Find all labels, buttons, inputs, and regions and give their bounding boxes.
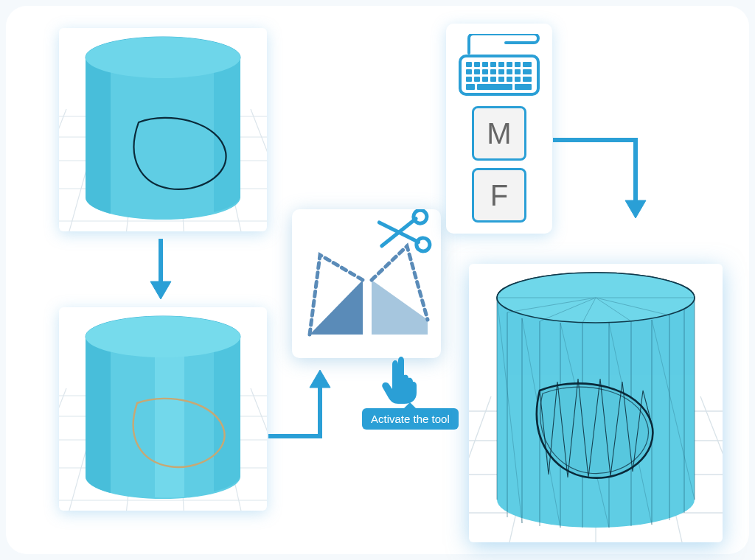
- svg-marker-64: [625, 200, 646, 218]
- svg-rect-48: [490, 69, 496, 74]
- svg-line-73: [700, 396, 723, 542]
- svg-point-32: [416, 237, 431, 252]
- shortcut-panel: M F: [446, 24, 552, 234]
- cylinder-body-2: [86, 316, 240, 499]
- step2-panel: [59, 307, 267, 511]
- svg-line-69: [469, 396, 491, 542]
- svg-rect-53: [466, 77, 472, 82]
- svg-rect-39: [482, 62, 488, 67]
- svg-rect-63: [515, 84, 532, 90]
- svg-rect-59: [515, 77, 521, 82]
- svg-marker-28: [310, 370, 330, 388]
- svg-rect-54: [474, 77, 480, 82]
- svg-rect-55: [482, 77, 488, 82]
- arrow-elbow-up: [268, 367, 335, 448]
- svg-marker-14: [150, 281, 171, 299]
- svg-rect-45: [466, 69, 472, 74]
- svg-line-10: [251, 109, 267, 231]
- key-m[interactable]: M: [472, 106, 526, 161]
- svg-rect-43: [515, 62, 521, 67]
- svg-point-27: [86, 316, 240, 357]
- svg-point-31: [413, 209, 428, 224]
- svg-rect-56: [490, 77, 496, 82]
- svg-point-12: [86, 37, 240, 78]
- svg-rect-38: [474, 62, 480, 67]
- scissors-icon: [378, 209, 430, 255]
- activate-tooltip: Activate the tool: [362, 408, 459, 430]
- svg-rect-60: [523, 77, 532, 82]
- svg-rect-58: [507, 77, 512, 82]
- svg-rect-57: [498, 77, 504, 82]
- step1-panel: [59, 28, 267, 231]
- svg-rect-47: [482, 69, 488, 74]
- tool-panel[interactable]: [292, 209, 441, 358]
- svg-rect-62: [477, 84, 512, 90]
- cylinder-body-1: [86, 37, 240, 220]
- svg-rect-52: [523, 69, 532, 74]
- svg-line-20: [59, 388, 66, 511]
- svg-rect-46: [474, 69, 480, 74]
- svg-rect-37: [466, 62, 472, 67]
- svg-rect-50: [507, 69, 512, 74]
- tool-face-left: [310, 280, 363, 335]
- key-f[interactable]: F: [472, 168, 526, 223]
- svg-rect-42: [507, 62, 512, 67]
- svg-line-5: [59, 109, 66, 231]
- svg-rect-40: [490, 62, 496, 67]
- arrow-elbow-down: [553, 134, 656, 223]
- tooltip-label: Activate the tool: [371, 413, 450, 425]
- svg-rect-41: [498, 62, 504, 67]
- key-f-label: F: [490, 179, 508, 212]
- result-panel: [469, 264, 723, 542]
- arrow-down-1: [146, 239, 175, 301]
- svg-rect-61: [466, 84, 475, 90]
- svg-line-25: [251, 388, 267, 511]
- pointing-hand-icon: [380, 354, 425, 405]
- svg-rect-51: [515, 69, 521, 74]
- diagram-canvas: Activate the tool M F: [6, 6, 749, 554]
- keyboard-icon: [456, 34, 543, 99]
- svg-rect-49: [498, 69, 504, 74]
- key-m-label: M: [487, 117, 511, 150]
- svg-rect-44: [523, 62, 532, 67]
